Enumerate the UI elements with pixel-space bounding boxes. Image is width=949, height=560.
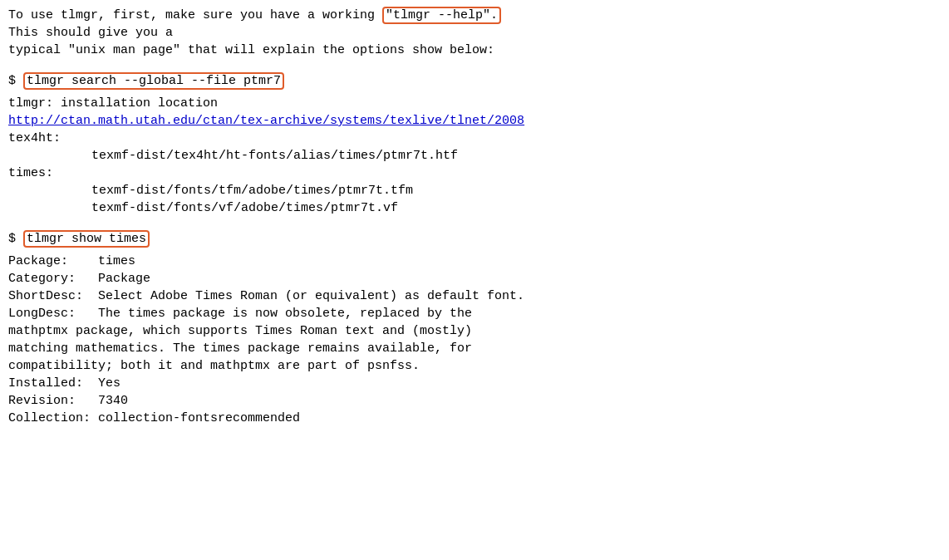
longdesc-line4: compatibility; both it and mathptmx are …: [8, 357, 941, 375]
ctan-link[interactable]: http://ctan.math.utah.edu/ctan/tex-archi…: [8, 114, 524, 128]
collection-line: Collection: collection-fontsrecommended: [8, 410, 941, 427]
installed-line: Installed: Yes: [8, 375, 941, 392]
intro-line2: This should give you a: [8, 24, 941, 42]
package-line: Package: times: [8, 253, 941, 270]
times-path1: texmf-dist/fonts/tfm/adobe/times/ptmr7t.…: [8, 182, 941, 199]
command1-line: $ tlmgr search --global --file ptmr7: [8, 72, 941, 90]
intro-prefix: To use tlmgr, first, make sure you have …: [8, 8, 382, 22]
tlmgr-help-highlight: "tlmgr --help".: [382, 7, 501, 24]
times-label: times:: [8, 165, 941, 182]
prompt2: $: [8, 232, 23, 246]
main-content: To use tlmgr, first, make sure you have …: [8, 7, 941, 427]
longdesc-line2: mathptmx package, which supports Times R…: [8, 322, 941, 340]
prompt1: $: [8, 74, 23, 88]
category-line: Category: Package: [8, 270, 941, 287]
longdesc-line3: matching mathematics. The times package …: [8, 340, 941, 357]
output1-line1: tlmgr: installation location: [8, 95, 941, 112]
command2-line: $ tlmgr show times: [8, 230, 941, 248]
command1-highlight: tlmgr search --global --file ptmr7: [23, 72, 284, 90]
intro-line1: To use tlmgr, first, make sure you have …: [8, 7, 941, 24]
longdesc-line1: LongDesc: The times package is now obsol…: [8, 305, 941, 322]
revision-line: Revision: 7340: [8, 392, 941, 410]
shortdesc-line: ShortDesc: Select Adobe Times Roman (or …: [8, 287, 941, 305]
times-path2: texmf-dist/fonts/vf/adobe/times/ptmr7t.v…: [8, 199, 941, 217]
tex4ht-path: texmf-dist/tex4ht/ht-fonts/alias/times/p…: [8, 147, 941, 165]
intro-line3: typical "unix man page" that will explai…: [8, 42, 941, 59]
output1-link-line: http://ctan.math.utah.edu/ctan/tex-archi…: [8, 112, 941, 130]
command2-highlight: tlmgr show times: [23, 230, 150, 248]
tex4ht-label: tex4ht:: [8, 130, 941, 147]
